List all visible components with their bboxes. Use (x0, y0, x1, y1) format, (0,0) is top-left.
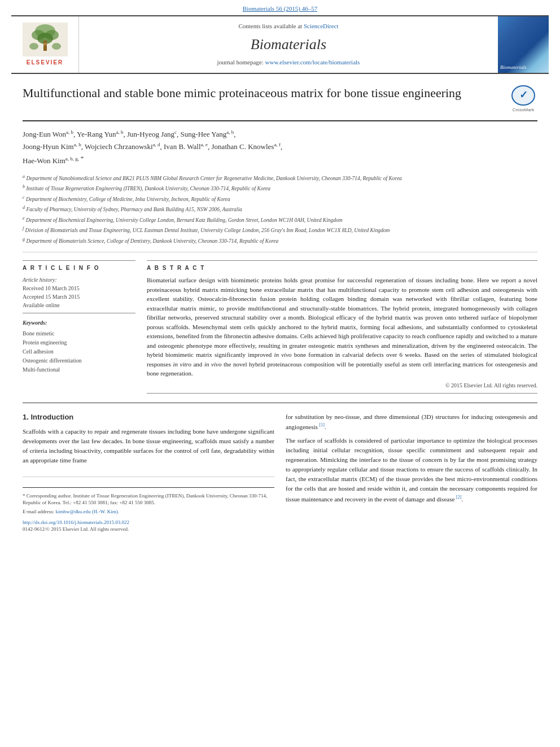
elsevier-logo-area: ELSEVIER (11, 16, 79, 72)
intro-para-3: The surface of scaffolds is considered o… (286, 436, 537, 504)
elsevier-logo: ELSEVIER (23, 23, 68, 67)
body-right-column: for substitution by neo-tissue, and thre… (286, 412, 537, 533)
affiliation-f: f Division of Biomaterials and Tissue En… (23, 225, 537, 234)
doi-link[interactable]: http://dx.doi.org/10.1016/j.biomaterials… (23, 519, 274, 526)
author-sung-hee-yang: Sung-Hee Yang (181, 130, 227, 138)
biomaterials-cover: Biomaterials (498, 16, 549, 72)
author-ivan-wall: Ivan B. Wall (164, 142, 201, 151)
cover-text: Biomaterials (500, 64, 527, 71)
article-info-title: A R T I C L E I N F O (23, 264, 135, 272)
abstract-text: Biomaterial surface design with biomimet… (147, 276, 537, 378)
section-1-title: 1. Introduction (23, 412, 274, 422)
issn-line: 0142-9612/© 2015 Elsevier Ltd. All right… (23, 526, 274, 533)
main-content: Multifunctional and stable bone mimic pr… (0, 74, 560, 544)
abstract-title: A B S T R A C T (147, 264, 537, 272)
keyword-multi-functional: Multi-functional (23, 365, 135, 374)
journal-title: Biomaterials (251, 34, 326, 55)
keyword-bone-mimetic: Bone mimetic (23, 329, 135, 338)
crossmark-label: CrossMark (513, 107, 535, 113)
article-info-abstract-section: A R T I C L E I N F O Article history: R… (23, 260, 537, 394)
keyword-cell-adhesion: Cell adhesion (23, 347, 135, 356)
body-content: 1. Introduction Scaffolds with a capacit… (23, 412, 537, 533)
affiliation-g: g Department of Biomaterials Science, Co… (23, 236, 537, 245)
article-history-label: Article history: (23, 276, 135, 284)
affiliations-section: a Department of Nanobiomedical Science a… (23, 173, 537, 252)
accepted-date: Accepted 15 March 2015 (23, 292, 135, 301)
sciencedirect-link[interactable]: ScienceDirect (304, 23, 339, 29)
body-left-column: 1. Introduction Scaffolds with a capacit… (23, 412, 274, 533)
homepage-link[interactable]: www.elsevier.com/locate/biomaterials (265, 59, 360, 65)
available-online: Available online (23, 301, 135, 309)
keyword-protein-engineering: Protein engineering (23, 338, 135, 347)
author-jong-eun-won: Jong-Eun Won (23, 130, 66, 138)
sciencedirect-line: Contents lists available at ScienceDirec… (238, 22, 338, 30)
elsevier-wordmark: ELSEVIER (27, 59, 63, 67)
affiliation-c: c Department of Biochemistry, College of… (23, 194, 537, 203)
author-jun-hyeog-jang: Jun-Hyeog Jang (127, 130, 174, 138)
article-title-section: Multifunctional and stable bone mimic pr… (23, 85, 537, 121)
footnote-divider (23, 487, 274, 488)
svg-point-8 (43, 42, 47, 46)
author-hae-won-kim: Hae-Won Kim (23, 157, 65, 165)
affiliation-e: e Department of Biochemical Engineering,… (23, 215, 537, 224)
journal-header-center: Contents lists available at ScienceDirec… (79, 16, 498, 72)
footnote-corresponding-author: * Corresponding author. Institute of Tis… (23, 492, 274, 506)
author-jonathan-knowles: Jonathan C. Knowles (212, 142, 274, 151)
svg-point-6 (29, 43, 38, 50)
journal-cover-image: Biomaterials (498, 16, 549, 72)
intro-para-2: for substitution by neo-tissue, and thre… (286, 412, 537, 432)
crossmark-badge[interactable]: ✓ CrossMark (509, 85, 537, 113)
copyright-line: © 2015 Elsevier Ltd. All rights reserved… (147, 382, 537, 390)
elsevier-tree-image (23, 23, 68, 56)
journal-header: ELSEVIER Contents lists available at Sci… (11, 15, 549, 73)
crossmark-icon: ✓ (511, 85, 535, 106)
affiliation-a: a Department of Nanobiomedical Science a… (23, 173, 537, 182)
author-wojciech-chrzanowski: Wojciech Chrzanowski (85, 142, 153, 151)
received-date: Received 10 March 2015 (23, 284, 135, 292)
email-link[interactable]: kimhw@dku.edu (H.-W. Kim). (55, 509, 119, 514)
affiliation-d: d Faculty of Pharmacy, University of Syd… (23, 204, 537, 213)
footnote-email: E-mail address: kimhw@dku.edu (H.-W. Kim… (23, 508, 274, 516)
section-divider (23, 403, 537, 403)
keywords-label: Keywords: (23, 319, 135, 327)
footnote-area: * Corresponding author. Institute of Tis… (23, 477, 274, 533)
article-info-box: A R T I C L E I N F O Article history: R… (23, 260, 135, 313)
keywords-section: Keywords: Bone mimetic Protein engineeri… (23, 319, 135, 374)
abstract-column: A B S T R A C T Biomaterial surface desi… (147, 260, 537, 394)
abstract-box: A B S T R A C T Biomaterial surface desi… (147, 260, 537, 394)
author-joong-hyun-kim: Joong-Hyun Kim (23, 142, 74, 151)
article-title: Multifunctional and stable bone mimic pr… (23, 85, 501, 102)
authors-list: Jong-Eun Wona, b, Ye-Rang Yuna, b, Jun-H… (23, 128, 537, 168)
keyword-osteogenic-diff: Osteogenic differentiation (23, 356, 135, 365)
homepage-line: journal homepage: www.elsevier.com/locat… (217, 58, 360, 67)
author-ye-rang-yun: Ye-Rang Yun (77, 130, 116, 138)
journal-ref-link[interactable]: Biomaterials 56 (2015) 46–57 (243, 5, 317, 12)
journal-ref-line: Biomaterials 56 (2015) 46–57 (0, 0, 560, 15)
svg-point-7 (52, 43, 61, 50)
article-info-column: A R T I C L E I N F O Article history: R… (23, 260, 135, 394)
page: Biomaterials 56 (2015) 46–57 (0, 0, 560, 747)
intro-para-1: Scaffolds with a capacity to repair and … (23, 427, 274, 465)
affiliation-b: b Institute of Tissue Regeneration Engin… (23, 184, 537, 193)
authors-section: Jong-Eun Wona, b, Ye-Rang Yuna, b, Jun-H… (23, 128, 537, 168)
